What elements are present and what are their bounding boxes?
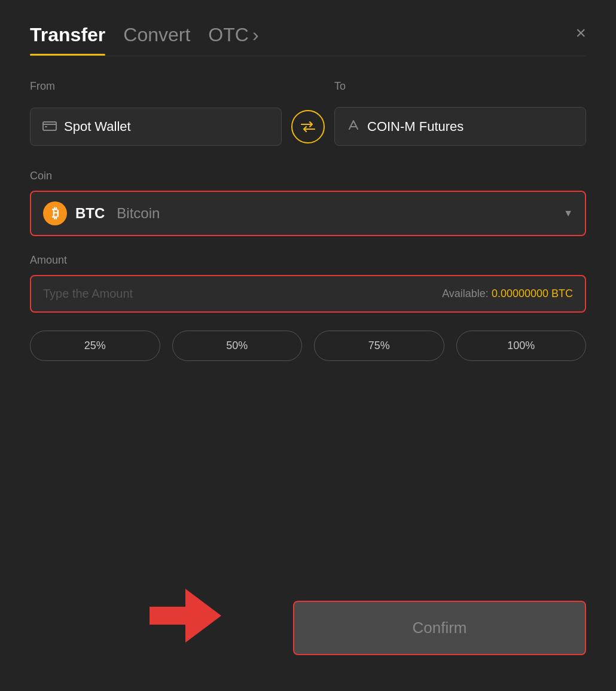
- transfer-modal: Transfer Convert OTC › × From To Spot: [0, 0, 616, 691]
- percent-25-button[interactable]: 25%: [30, 331, 160, 361]
- to-label: To: [334, 80, 586, 93]
- from-wallet-name: Spot Wallet: [64, 119, 131, 134]
- confirm-button[interactable]: Confirm: [293, 601, 586, 655]
- btc-icon: ₿: [43, 201, 67, 225]
- coin-symbol: BTC: [75, 205, 105, 222]
- amount-section: Amount Type the Amount Available: 0.0000…: [30, 254, 586, 313]
- percent-50-button[interactable]: 50%: [172, 331, 303, 361]
- to-wallet-name: COIN-M Futures: [367, 119, 463, 134]
- svg-marker-2: [150, 589, 221, 643]
- amount-label: Amount: [30, 254, 586, 267]
- coin-section: Coin ₿ BTC Bitcoin ▼: [30, 170, 586, 236]
- tab-convert[interactable]: Convert: [123, 24, 190, 56]
- header-divider: [30, 56, 586, 56]
- arrow-indicator: [150, 589, 221, 649]
- coin-dropdown[interactable]: ₿ BTC Bitcoin ▼: [30, 191, 586, 236]
- from-wallet-selector[interactable]: Spot Wallet: [30, 108, 282, 146]
- chevron-right-icon: ›: [252, 24, 259, 46]
- tab-otc[interactable]: OTC ›: [208, 24, 258, 56]
- from-label: From: [30, 80, 282, 93]
- percent-buttons-row: 25% 50% 75% 100%: [30, 331, 586, 361]
- percent-100-button[interactable]: 100%: [456, 331, 587, 361]
- swap-button[interactable]: [291, 110, 325, 143]
- wallet-icon: [42, 119, 57, 134]
- bottom-area: Confirm: [30, 601, 586, 655]
- percent-75-button[interactable]: 75%: [314, 331, 444, 361]
- coin-label: Coin: [30, 170, 586, 182]
- from-to-row: Spot Wallet COIN-M Futures: [30, 107, 586, 146]
- close-button[interactable]: ×: [575, 24, 586, 42]
- futures-icon: [347, 118, 360, 134]
- modal-header: Transfer Convert OTC › ×: [30, 24, 586, 56]
- available-text: Available: 0.00000000 BTC: [442, 288, 573, 300]
- amount-placeholder: Type the Amount: [43, 287, 133, 301]
- from-to-labels-row: From To: [30, 80, 586, 101]
- to-wallet-selector[interactable]: COIN-M Futures: [334, 107, 586, 146]
- amount-input-box[interactable]: Type the Amount Available: 0.00000000 BT…: [30, 275, 586, 313]
- coin-name: Bitcoin: [117, 205, 160, 222]
- svg-rect-1: [45, 126, 47, 127]
- available-amount: 0.00000000 BTC: [492, 288, 573, 299]
- dropdown-arrow-icon: ▼: [563, 208, 573, 219]
- tab-transfer[interactable]: Transfer: [30, 24, 105, 56]
- svg-rect-0: [43, 122, 56, 130]
